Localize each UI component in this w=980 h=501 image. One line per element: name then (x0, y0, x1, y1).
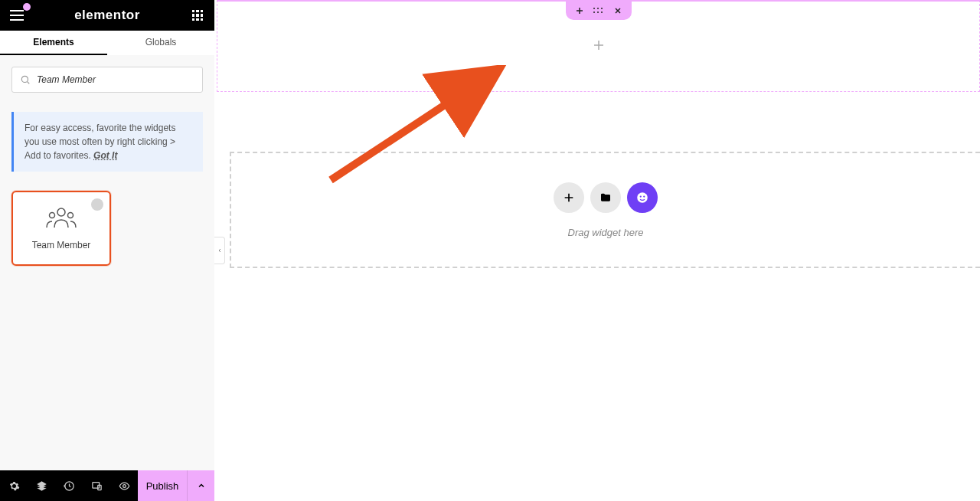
widget-pro-badge-icon (91, 198, 103, 211)
history-icon (64, 480, 75, 492)
svg-point-0 (21, 76, 28, 82)
plus-icon (575, 6, 584, 15)
settings-button[interactable] (0, 470, 28, 501)
widget-dropzone[interactable]: Drag widget here (230, 152, 980, 268)
elementor-logo: elementor (74, 8, 140, 23)
svg-point-8 (637, 192, 648, 203)
drag-dots-icon (593, 8, 604, 14)
apps-button[interactable] (188, 6, 207, 25)
sidebar-header: elementor (0, 0, 214, 31)
publish-options-button[interactable] (187, 470, 214, 501)
section-drag-handle[interactable] (593, 8, 604, 14)
svg-point-2 (57, 208, 65, 216)
tab-globals[interactable]: Globals (107, 31, 214, 55)
svg-point-9 (640, 195, 642, 197)
tab-elements[interactable]: Elements (0, 31, 107, 55)
section-toolbar (566, 2, 632, 20)
favorites-tip: For easy access, favorite the widgets yo… (11, 112, 203, 172)
search-icon (20, 74, 31, 85)
publish-button[interactable]: Publish (138, 470, 187, 501)
svg-point-7 (122, 484, 126, 487)
collapse-sidebar-button[interactable] (214, 237, 225, 264)
svg-point-4 (68, 213, 74, 218)
hamburger-icon (10, 10, 24, 21)
widget-team-member[interactable]: Team Member (11, 191, 111, 266)
section-close-button[interactable] (613, 6, 622, 15)
team-member-icon (44, 206, 79, 232)
gear-icon (8, 480, 20, 492)
panel-tabs: Elements Globals (0, 31, 214, 55)
sidebar: elementor Elements Globals For easy acce… (0, 0, 214, 501)
responsive-button[interactable] (83, 470, 110, 501)
dropzone-buttons (554, 182, 658, 213)
ai-sparkle-icon (635, 191, 649, 205)
active-section[interactable] (217, 0, 980, 92)
navigator-button[interactable] (28, 470, 55, 501)
search-container (11, 67, 203, 93)
svg-point-10 (643, 195, 645, 197)
ai-button[interactable] (627, 182, 658, 213)
notification-dot-icon (23, 3, 31, 11)
close-icon (613, 6, 622, 15)
eye-icon (119, 480, 130, 492)
plus-icon (592, 38, 606, 52)
sidebar-footer: Publish (0, 470, 214, 501)
tip-gotit-link[interactable]: Got It (93, 150, 117, 161)
add-column-button[interactable] (592, 38, 606, 56)
svg-point-3 (50, 213, 55, 218)
editor-canvas: Drag widget here (214, 0, 980, 501)
widget-label: Team Member (32, 240, 91, 250)
panel-body: For easy access, favorite the widgets yo… (0, 55, 214, 470)
chevron-left-icon (217, 247, 223, 254)
section-add-button[interactable] (575, 6, 584, 15)
apps-grid-icon (192, 10, 203, 21)
folder-icon (599, 192, 612, 204)
svg-line-1 (28, 82, 30, 84)
add-section-button[interactable] (554, 182, 584, 213)
plus-icon (563, 192, 575, 204)
preview-button[interactable] (110, 470, 138, 501)
footer-icons (0, 470, 138, 501)
history-button[interactable] (55, 470, 83, 501)
layers-icon (36, 480, 47, 492)
dropzone-text: Drag widget here (568, 227, 644, 238)
chevron-up-icon (197, 481, 206, 490)
template-library-button[interactable] (590, 182, 621, 213)
devices-icon (91, 480, 103, 492)
widget-search-input[interactable] (37, 74, 194, 85)
menu-button[interactable] (8, 6, 26, 25)
